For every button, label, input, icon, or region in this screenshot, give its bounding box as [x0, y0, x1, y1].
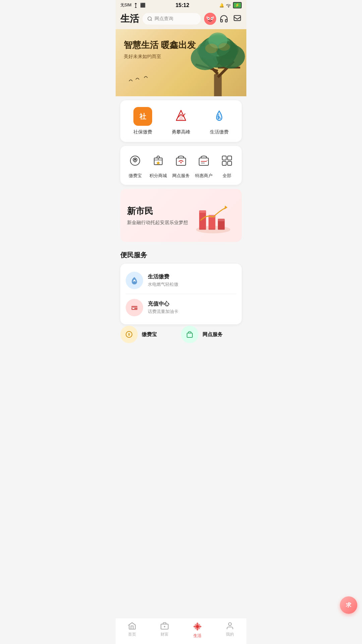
no-sim-label: 无SIM [120, 2, 131, 8]
svg-point-6 [206, 16, 208, 19]
tree-decoration [186, 33, 246, 96]
page-header: 生活 网点查询 [116, 10, 246, 29]
quick-item-dengfeng[interactable]: 勇攀高峰 [172, 107, 190, 135]
mascot-avatar[interactable] [204, 13, 216, 25]
recharge-text: 充值中心 话费流量加油卡 [148, 301, 178, 315]
partial-services-row: ¥ 缴费宝 网点服务 [116, 326, 246, 346]
svg-point-23 [205, 44, 218, 53]
service-list-item-recharge[interactable]: 充值中心 话费流量加油卡 [126, 294, 236, 321]
partial-wangdian-title: 网点服务 [202, 331, 223, 338]
svg-marker-29 [157, 161, 160, 164]
svg-rect-44 [218, 219, 225, 221]
section-title-bianmin: 便民服务 [116, 247, 246, 264]
svg-marker-45 [224, 206, 227, 209]
svg-rect-30 [176, 158, 186, 165]
life-pay-subtitle: 水电燃气轻松缴 [148, 281, 178, 287]
header-icons [220, 14, 242, 23]
mascot-icon [204, 13, 216, 25]
services-list: 生活缴费 水电燃气轻松缴 充值中心 话费流量加油卡 [120, 264, 242, 324]
new-citizen-text: 新市民 新金融行动托起安居乐业梦想 [127, 205, 188, 226]
svg-point-27 [134, 159, 136, 161]
svg-rect-34 [222, 156, 226, 160]
svg-rect-40 [199, 210, 206, 213]
service-label-all: 全部 [223, 173, 231, 179]
service-label-jifen: 积分商城 [149, 173, 167, 179]
life-pay-icon [126, 272, 143, 289]
dengfeng-icon [172, 107, 190, 126]
new-citizen-title: 新市民 [127, 205, 188, 217]
new-citizen-subtitle: 新金融行动托起安居乐业梦想 [127, 220, 188, 226]
life-pay-title: 生活缴费 [148, 273, 178, 280]
svg-rect-55 [187, 333, 192, 337]
status-left: 无SIM ⬛ [120, 2, 145, 8]
quick-label-dengfeng: 勇攀高峰 [172, 129, 190, 135]
hero-banner: 智慧生活 暖鑫出发 美好未来如约而至 [116, 29, 246, 96]
quick-label-shebao: 社保缴费 [133, 129, 152, 135]
svg-rect-35 [228, 156, 232, 160]
svg-rect-37 [228, 161, 232, 165]
svg-point-4 [208, 18, 209, 19]
service-icons-row: 缴费宝 积分商城 网点服务 [120, 146, 242, 185]
jiaofei-icon [126, 152, 144, 169]
partial-item-jiaofei[interactable]: ¥ 缴费宝 [120, 326, 181, 343]
quick-item-shenghuo[interactable]: 生活缴费 [210, 107, 229, 135]
svg-rect-48 [218, 229, 225, 230]
all-icon [218, 152, 236, 169]
svg-rect-51 [131, 307, 137, 308]
birds-decoration [126, 74, 153, 86]
svg-point-1 [204, 13, 216, 25]
quick-item-shebao[interactable]: 社 社保缴费 [133, 107, 152, 135]
message-icon[interactable] [233, 14, 242, 23]
svg-point-31 [180, 162, 182, 163]
svg-point-0 [148, 17, 152, 20]
mute-icon: 🔔 [219, 3, 224, 8]
life-pay-text: 生活缴费 水电燃气轻松缴 [148, 273, 178, 287]
search-placeholder: 网点查询 [155, 16, 173, 22]
wifi-icon [226, 3, 231, 7]
new-citizen-illustration [191, 197, 235, 234]
service-item-tehui[interactable]: 特惠商户 [195, 152, 213, 179]
service-item-jiaofei[interactable]: 缴费宝 [126, 152, 144, 179]
page-title: 生活 [120, 12, 139, 25]
partial-jiaofei-text: 缴费宝 [142, 331, 157, 338]
quick-label-shenghuo: 生活缴费 [210, 129, 229, 135]
partial-jiaofei-icon: ¥ [120, 326, 138, 343]
svg-point-5 [212, 18, 213, 19]
service-item-all[interactable]: 全部 [218, 152, 236, 179]
partial-wangdian-text: 网点服务 [202, 331, 223, 338]
svg-rect-36 [222, 161, 226, 165]
new-citizen-card[interactable]: 新市民 新金融行动托起安居乐业梦想 [120, 189, 242, 242]
partial-jiaofei-title: 缴费宝 [142, 331, 157, 338]
recharge-subtitle: 话费流量加油卡 [148, 309, 178, 315]
svg-rect-47 [208, 229, 215, 230]
shebao-icon: 社 [133, 107, 152, 126]
svg-rect-9 [214, 74, 222, 97]
search-bar[interactable]: 网点查询 [142, 13, 201, 24]
quick-actions-card: 社 社保缴费 勇攀高峰 生活缴费 [120, 100, 242, 142]
wangdian-icon [172, 152, 190, 169]
status-bar: 无SIM ⬛ 15:12 🔔 ⚡ [116, 0, 246, 10]
partial-item-wangdian[interactable]: 网点服务 [181, 326, 242, 343]
svg-point-7 [213, 16, 214, 19]
jifen-icon [149, 152, 167, 169]
status-time: 15:12 [176, 2, 189, 8]
svg-rect-39 [199, 211, 206, 230]
service-item-wangdian[interactable]: 网点服务 [172, 152, 190, 179]
service-list-item-life-pay[interactable]: 生活缴费 水电燃气轻松缴 [126, 267, 236, 294]
service-label-tehui: 特惠商户 [195, 173, 213, 179]
svg-rect-52 [132, 308, 134, 309]
search-icon [147, 16, 153, 21]
recharge-icon [126, 299, 143, 316]
recharge-title: 充值中心 [148, 301, 178, 308]
tehui-icon [195, 152, 213, 169]
svg-rect-46 [199, 229, 206, 230]
headset-icon[interactable] [220, 14, 228, 23]
svg-text:¥: ¥ [128, 333, 130, 336]
status-right: 🔔 ⚡ [219, 2, 242, 8]
partial-wangdian-icon [181, 326, 198, 343]
signal-icon: ⬛ [140, 3, 145, 8]
svg-point-49 [134, 280, 135, 281]
service-label-jiaofei: 缴费宝 [129, 173, 142, 179]
usb-icon [133, 3, 138, 8]
service-item-jifen[interactable]: 积分商城 [149, 152, 167, 179]
